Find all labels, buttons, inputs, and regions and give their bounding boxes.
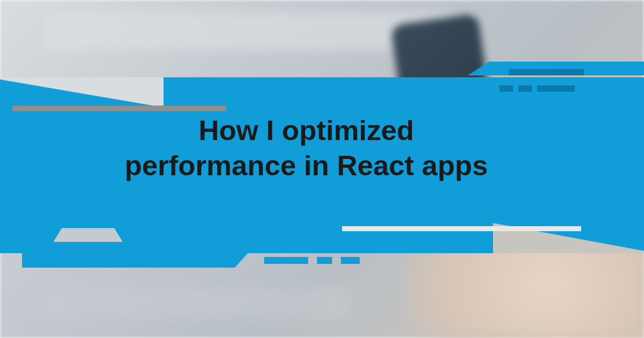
decorative-accent xyxy=(509,69,584,75)
title-banner: How I optimized performance in React app… xyxy=(0,62,644,269)
decorative-notch xyxy=(53,228,123,242)
decorative-accent xyxy=(342,226,581,231)
decorative-accent xyxy=(13,106,226,111)
decorative-dashes xyxy=(499,85,575,92)
decorative-dashes xyxy=(264,257,360,264)
decorative-accent xyxy=(22,253,248,268)
banner-title: How I optimized performance in React app… xyxy=(0,113,644,184)
